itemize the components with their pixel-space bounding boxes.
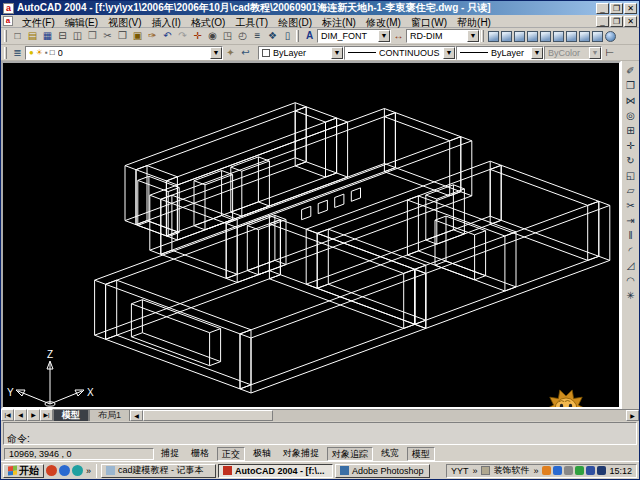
save-button[interactable]: ▦ bbox=[40, 29, 55, 44]
zoom-previous-button[interactable]: ◴ bbox=[235, 29, 250, 44]
properties-button[interactable]: ≡ bbox=[250, 29, 265, 44]
move-button[interactable]: ✛ bbox=[623, 138, 638, 153]
tool-palettes-button[interactable]: ▯ bbox=[280, 29, 295, 44]
bottom-view-icon[interactable] bbox=[501, 31, 512, 42]
toggle-对象捕捉[interactable]: 对象捕捉 bbox=[279, 447, 323, 461]
chamfer-button[interactable]: ◿ bbox=[623, 258, 638, 273]
toggle-模型[interactable]: 模型 bbox=[407, 447, 435, 461]
array-button[interactable]: ⊞ bbox=[623, 123, 638, 138]
layer-manager-icon[interactable]: ≣ bbox=[10, 45, 25, 60]
extend-button[interactable]: ⇥ bbox=[623, 213, 638, 228]
task-button-1[interactable]: cad建模教程 - 记事本 bbox=[101, 464, 216, 478]
render-view-icon[interactable] bbox=[605, 31, 616, 42]
rotate-button[interactable]: ↻ bbox=[623, 153, 638, 168]
tray-chevron-icon[interactable]: » bbox=[471, 466, 478, 476]
minimize-button[interactable]: _ bbox=[596, 3, 609, 14]
match-properties-button[interactable]: ✑ bbox=[145, 29, 160, 44]
dimension-tool-icon[interactable]: ⊢ bbox=[602, 45, 617, 60]
redo-button[interactable]: ↷ bbox=[175, 29, 190, 44]
chevron-down-icon[interactable]: ▼ bbox=[378, 30, 390, 42]
drawing-canvas[interactable]: Z X Y bbox=[1, 61, 621, 409]
tab-nav-1-icon[interactable]: |◀ bbox=[1, 409, 14, 421]
scroll-right-icon[interactable]: ▶ bbox=[626, 410, 639, 421]
doc-restore-button[interactable]: ❐ bbox=[610, 16, 623, 27]
tray-toolbar-label[interactable]: 装饰软件 bbox=[493, 464, 529, 477]
tab-layout1[interactable]: 布局1 bbox=[89, 409, 130, 421]
language-indicator[interactable]: YYT bbox=[451, 466, 469, 476]
toggle-极轴[interactable]: 极轴 bbox=[249, 447, 275, 461]
undo-button[interactable]: ↶ bbox=[160, 29, 175, 44]
layer-lock-icon[interactable]: ▪ bbox=[45, 48, 48, 58]
toolbar-grip[interactable] bbox=[4, 47, 7, 59]
toggle-线宽[interactable]: 线宽 bbox=[377, 447, 403, 461]
tray-icon-1[interactable] bbox=[542, 466, 551, 475]
chevron-down-icon[interactable]: ▼ bbox=[443, 47, 455, 59]
offset-button[interactable]: ◎ bbox=[623, 108, 638, 123]
trim-button[interactable]: ✂ bbox=[623, 198, 638, 213]
color-combo[interactable]: ByLayer ▼ bbox=[258, 46, 344, 60]
internet-explorer-icon[interactable] bbox=[59, 465, 70, 476]
make-layer-current-icon[interactable]: ✦ bbox=[223, 45, 238, 60]
pan-realtime-button[interactable]: ✛ bbox=[190, 29, 205, 44]
plot-button[interactable]: ⊟ bbox=[55, 29, 70, 44]
copy-clip-button[interactable]: ❐ bbox=[115, 29, 130, 44]
break-button[interactable]: ◜ bbox=[623, 243, 638, 258]
new-button[interactable]: □ bbox=[10, 29, 25, 44]
lineweight-combo[interactable]: ByLayer ▼ bbox=[456, 46, 544, 60]
zoom-realtime-button[interactable]: ◉ bbox=[205, 29, 220, 44]
doc-close-button[interactable]: ✕ bbox=[624, 16, 637, 27]
tray-icon-2[interactable] bbox=[553, 466, 562, 475]
task-button-2[interactable]: AutoCAD 2004 - [f:\... bbox=[218, 464, 333, 478]
mirror-button[interactable]: ⋈ bbox=[623, 93, 638, 108]
dim-style-combo[interactable]: RD-DIM ▼ bbox=[406, 29, 480, 43]
tray-icon-5[interactable] bbox=[586, 466, 595, 475]
fillet-button[interactable]: ◠ bbox=[623, 273, 638, 288]
right-view-icon[interactable] bbox=[527, 31, 538, 42]
dim-style-icon[interactable]: ↔ bbox=[391, 29, 406, 44]
media-player-icon[interactable] bbox=[72, 465, 83, 476]
text-style-icon[interactable]: A bbox=[302, 29, 317, 44]
front-view-icon[interactable] bbox=[540, 31, 551, 42]
command-line[interactable]: 命令: bbox=[3, 422, 637, 445]
se-isometric-view-icon[interactable] bbox=[579, 31, 590, 42]
chevron-down-icon[interactable]: ▼ bbox=[531, 47, 543, 59]
chevron-down-icon[interactable]: ▼ bbox=[210, 47, 222, 59]
linetype-combo[interactable]: CONTINUOUS ▼ bbox=[344, 46, 456, 60]
cut-button[interactable]: ✂ bbox=[100, 29, 115, 44]
layer-previous-icon[interactable]: ↩ bbox=[238, 45, 253, 60]
tray-icon-3[interactable] bbox=[564, 466, 573, 475]
doc-minimize-button[interactable]: _ bbox=[596, 16, 609, 27]
close-button[interactable]: ✕ bbox=[624, 3, 637, 14]
explode-button[interactable]: ✳ bbox=[623, 288, 638, 303]
quicklaunch-chevron-icon[interactable]: » bbox=[85, 466, 92, 476]
restore-button[interactable]: ❐ bbox=[610, 3, 623, 14]
open-button[interactable]: ▤ bbox=[25, 29, 40, 44]
layer-freeze-icon[interactable]: ☀ bbox=[36, 48, 43, 58]
ne-isometric-view-icon[interactable] bbox=[592, 31, 603, 42]
tray-icon-6[interactable] bbox=[597, 466, 606, 475]
toggle-栅格[interactable]: 栅格 bbox=[187, 447, 213, 461]
layer-color-swatch[interactable]: □ bbox=[50, 48, 55, 58]
copy-button[interactable]: ❐ bbox=[623, 78, 638, 93]
tray-chevron-icon[interactable]: » bbox=[532, 466, 539, 476]
pen-tool-icon[interactable] bbox=[481, 466, 490, 475]
chevron-down-icon[interactable]: ▼ bbox=[467, 30, 479, 42]
tab-nav-2-icon[interactable]: ◀ bbox=[14, 409, 27, 421]
toolbar-grip[interactable] bbox=[296, 30, 299, 42]
scroll-left-icon[interactable]: ◀ bbox=[130, 410, 143, 421]
plot-preview-button[interactable]: ◫ bbox=[70, 29, 85, 44]
toggle-对象追踪[interactable]: 对象追踪 bbox=[327, 447, 373, 461]
tab-nav-3-icon[interactable]: ▶ bbox=[27, 409, 40, 421]
erase-button[interactable]: ✐ bbox=[623, 63, 638, 78]
scale-button[interactable]: ◱ bbox=[623, 168, 638, 183]
scrollbar-thumb[interactable] bbox=[143, 410, 273, 421]
task-button-3[interactable]: Adobe Photoshop bbox=[335, 464, 430, 478]
sw-isometric-view-icon[interactable] bbox=[566, 31, 577, 42]
paste-button[interactable]: ▣ bbox=[130, 29, 145, 44]
zoom-window-button[interactable]: ◳ bbox=[220, 29, 235, 44]
text-style-combo[interactable]: DIM_FONT ▼ bbox=[317, 29, 391, 43]
tab-nav-4-icon[interactable]: ▶| bbox=[40, 409, 53, 421]
stretch-button[interactable]: ▱ bbox=[623, 183, 638, 198]
layer-on-icon[interactable]: ● bbox=[29, 48, 34, 58]
horizontal-scrollbar[interactable]: ◀ ▶ bbox=[130, 409, 639, 421]
